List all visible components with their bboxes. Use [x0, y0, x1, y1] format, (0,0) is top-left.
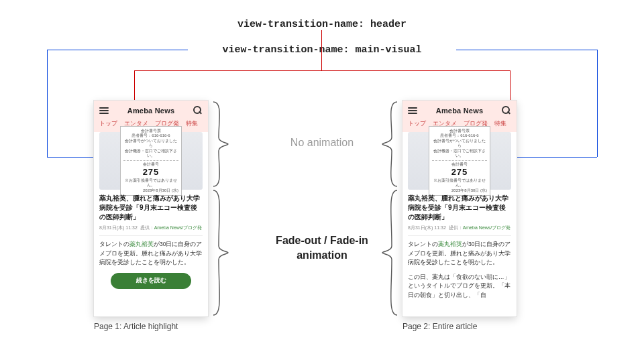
- search-icon[interactable]: [502, 106, 511, 115]
- connector-header-line: [510, 70, 511, 101]
- label-fade-animation: Fade-out / Fade-in animation: [0, 233, 644, 262]
- connector-visual-line: [456, 50, 597, 50]
- connector-visual-line: [517, 157, 597, 158]
- hamburger-icon[interactable]: [408, 106, 417, 115]
- tab-item[interactable]: 特集: [494, 119, 506, 128]
- brace-icon: [381, 189, 400, 316]
- read-more-button[interactable]: 続きを読む: [111, 273, 191, 289]
- caption-page2: Page 2: Entire article: [402, 322, 477, 331]
- label-no-animation: No animation: [0, 137, 644, 149]
- article-body: この日、薬丸は「食欲のない朝に…」というタイトルでブログを更新。「本日の朝食」と…: [408, 273, 511, 300]
- brace-icon: [211, 101, 229, 188]
- hamburger-icon[interactable]: [99, 106, 109, 115]
- connector-visual-line: [47, 50, 188, 50]
- article-meta: 8月31日(木) 11:32 提供：Ameba News/ブログ発: [99, 225, 203, 231]
- caption-page1: Page 1: Article highlight: [94, 322, 178, 331]
- connector-header-line: [321, 30, 322, 70]
- article-title: 薬丸裕英、腫れと痛みがあり大学病院を受診「9月末エコー検査後の医師判断」: [99, 194, 203, 222]
- connector-visual-line: [47, 157, 94, 158]
- brand-title: Ameba News: [127, 107, 174, 115]
- article-title: 薬丸裕英、腫れと痛みがあり大学病院を受診「9月末エコー検査後の医師判断」: [408, 194, 511, 222]
- search-icon[interactable]: [193, 106, 203, 115]
- phone-page1: Ameba News トップ エンタメ ブログ発 特集 会計番号票 患者番号：6…: [94, 101, 208, 316]
- brace-icon: [211, 189, 229, 316]
- connector-header-line: [134, 70, 322, 71]
- callout-header-label: view-transition-name: header: [0, 19, 644, 30]
- tab-item[interactable]: トップ: [99, 119, 117, 128]
- tab-item[interactable]: 特集: [186, 119, 198, 128]
- connector-header-line: [134, 70, 135, 101]
- phone-page2: Ameba News トップ エンタメ ブログ発 特集 会計番号票 患者番号：6…: [402, 101, 517, 316]
- article-meta: 8月31日(木) 11:32 提供：Ameba News/ブログ発: [408, 225, 511, 231]
- connector-header-line: [322, 70, 510, 71]
- tab-item[interactable]: トップ: [408, 119, 426, 128]
- brace-icon: [381, 101, 400, 188]
- brand-title: Ameba News: [436, 107, 483, 115]
